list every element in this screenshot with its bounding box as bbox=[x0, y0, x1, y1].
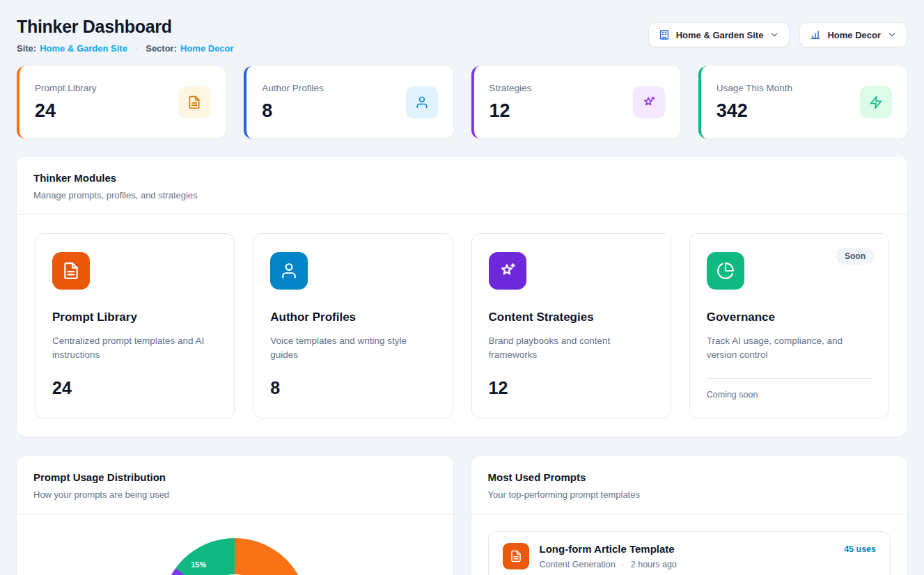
modules-title: Thinker Modules bbox=[33, 172, 891, 184]
stat-value: 24 bbox=[35, 100, 97, 122]
stat-value: 342 bbox=[717, 100, 792, 122]
building-icon bbox=[659, 29, 670, 40]
module-card-governance[interactable]: Soon Governance Track AI usage, complian… bbox=[689, 233, 889, 418]
prompts-card-header: Most Used Prompts Your top-performing pr… bbox=[471, 456, 908, 514]
module-title: Prompt Library bbox=[52, 310, 217, 324]
stat-label: Prompt Library bbox=[35, 83, 97, 93]
stat-value: 12 bbox=[490, 100, 532, 122]
module-title: Content Strategies bbox=[489, 310, 654, 324]
module-count: 24 bbox=[52, 378, 217, 398]
prompt-list: Long-form Article Template Content Gener… bbox=[471, 514, 908, 575]
module-card-content-strategies[interactable]: Content Strategies Brand playbooks and c… bbox=[471, 233, 671, 418]
bar-chart-icon bbox=[810, 29, 821, 40]
module-title: Author Profiles bbox=[270, 310, 435, 324]
prompt-usage-card: Prompt Usage Distribution How your promp… bbox=[17, 456, 453, 575]
usage-subtitle: How your prompts are being used bbox=[33, 489, 437, 500]
prompts-title: Most Used Prompts bbox=[488, 471, 891, 483]
modules-subtitle: Manage prompts, profiles, and strategies bbox=[33, 190, 891, 200]
title-block: Thinker Dashboard Site: Home & Garden Si… bbox=[17, 15, 234, 54]
user-icon bbox=[270, 252, 308, 290]
lightning-icon bbox=[860, 86, 892, 118]
prompt-meta: Content Generation · 2 hours ago bbox=[540, 560, 677, 569]
bottom-row: Prompt Usage Distribution How your promp… bbox=[17, 456, 907, 575]
sector-selector-dropdown[interactable]: Home Decor bbox=[799, 22, 907, 47]
prompt-time: 2 hours ago bbox=[631, 560, 677, 569]
module-description: Brand playbooks and content frameworks bbox=[489, 334, 654, 363]
sector-link[interactable]: Home Decor bbox=[180, 43, 234, 54]
dashboard-page: Thinker Dashboard Site: Home & Garden Si… bbox=[0, 0, 924, 575]
document-icon bbox=[503, 543, 529, 569]
breadcrumb-separator: · bbox=[135, 43, 138, 54]
coming-soon-text: Coming soon bbox=[707, 390, 872, 400]
document-icon bbox=[52, 252, 90, 290]
pie-chart-icon bbox=[707, 252, 744, 290]
site-link[interactable]: Home & Garden Site bbox=[40, 43, 127, 54]
stat-card-prompt-library: Prompt Library 24 bbox=[17, 66, 226, 139]
modules-card-header: Thinker Modules Manage prompts, profiles… bbox=[17, 157, 907, 215]
stat-info: Usage This Month 342 bbox=[717, 83, 792, 122]
module-title: Governance bbox=[707, 310, 872, 324]
prompt-list-item[interactable]: Long-form Article Template Content Gener… bbox=[488, 531, 891, 575]
module-count: 12 bbox=[489, 378, 654, 398]
topbar-actions: Home & Garden Site Home Decor bbox=[648, 22, 907, 47]
donut-ring bbox=[162, 538, 308, 575]
stat-card-usage: Usage This Month 342 bbox=[698, 66, 907, 139]
thinker-modules-card: Thinker Modules Manage prompts, profiles… bbox=[17, 157, 907, 436]
stat-label: Usage This Month bbox=[717, 83, 792, 93]
module-description: Voice templates and writing style guides bbox=[270, 334, 435, 363]
page-title: Thinker Dashboard bbox=[17, 17, 234, 37]
usage-donut-chart: 15% bbox=[162, 538, 308, 575]
usage-title: Prompt Usage Distribution bbox=[33, 471, 437, 483]
sparkle-star-icon bbox=[633, 86, 665, 118]
sector-selector-label: Home Decor bbox=[827, 30, 881, 40]
donut-percent-label: 15% bbox=[191, 560, 206, 569]
topbar: Thinker Dashboard Site: Home & Garden Si… bbox=[17, 15, 907, 54]
module-count: 8 bbox=[270, 378, 435, 398]
stat-value: 8 bbox=[262, 100, 324, 122]
site-selector-label: Home & Garden Site bbox=[676, 30, 764, 40]
stat-info: Prompt Library 24 bbox=[35, 83, 97, 122]
stat-card-author-profiles: Author Profiles 8 bbox=[244, 66, 453, 139]
most-used-prompts-card: Most Used Prompts Your top-performing pr… bbox=[471, 456, 908, 575]
site-label: Site: bbox=[17, 43, 36, 54]
stat-card-strategies: Strategies 12 bbox=[471, 66, 680, 139]
chevron-down-icon bbox=[887, 30, 897, 40]
module-divider bbox=[707, 378, 872, 379]
meta-separator: · bbox=[622, 560, 625, 569]
modules-grid: Prompt Library Centralized prompt templa… bbox=[17, 215, 907, 436]
stat-label: Author Profiles bbox=[262, 83, 324, 93]
stats-row: Prompt Library 24 Author Profiles 8 Stra… bbox=[17, 66, 907, 139]
chevron-down-icon bbox=[769, 30, 779, 40]
stat-info: Author Profiles 8 bbox=[262, 83, 324, 122]
module-card-prompt-library[interactable]: Prompt Library Centralized prompt templa… bbox=[35, 233, 235, 418]
document-icon bbox=[178, 86, 210, 118]
sector-label: Sector: bbox=[146, 43, 177, 54]
module-description: Centralized prompt templates and AI inst… bbox=[52, 334, 217, 363]
module-card-author-profiles[interactable]: Author Profiles Voice templates and writ… bbox=[253, 233, 453, 418]
prompt-title: Long-form Article Template bbox=[540, 543, 677, 555]
prompt-info: Long-form Article Template Content Gener… bbox=[540, 543, 677, 569]
usage-card-header: Prompt Usage Distribution How your promp… bbox=[17, 456, 453, 514]
sparkle-star-icon bbox=[489, 252, 526, 290]
user-icon bbox=[406, 86, 438, 118]
stat-info: Strategies 12 bbox=[490, 83, 532, 122]
uses-badge: 45 uses bbox=[844, 544, 876, 554]
module-description: Track AI usage, compliance, and version … bbox=[707, 334, 872, 363]
site-selector-dropdown[interactable]: Home & Garden Site bbox=[648, 22, 790, 47]
prompt-category: Content Generation bbox=[540, 560, 616, 569]
prompts-subtitle: Your top-performing prompt templates bbox=[488, 489, 891, 500]
site-sector-breadcrumb: Site: Home & Garden Site · Sector: Home … bbox=[17, 43, 234, 54]
soon-badge: Soon bbox=[836, 248, 875, 265]
stat-label: Strategies bbox=[490, 83, 532, 93]
